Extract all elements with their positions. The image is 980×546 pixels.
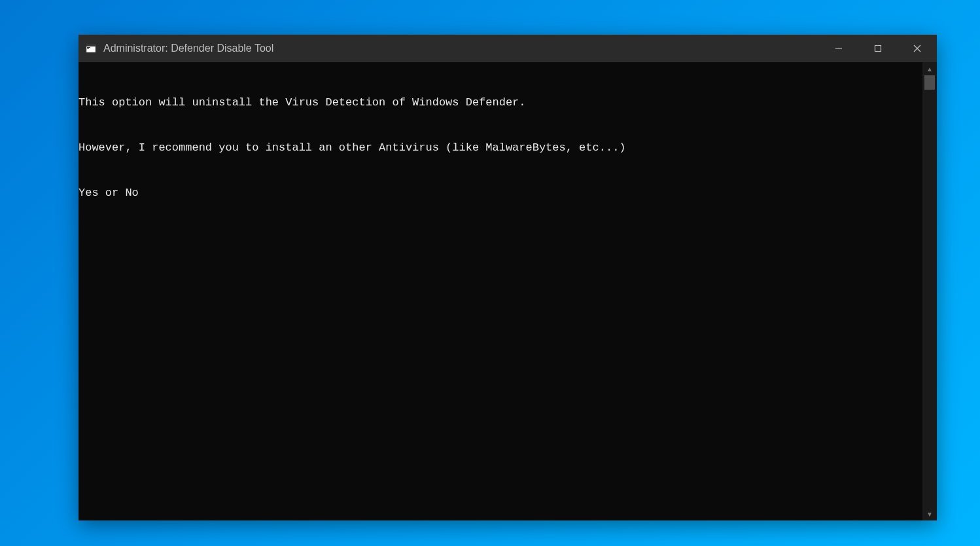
scrollbar-track[interactable] bbox=[922, 75, 937, 507]
svg-rect-1 bbox=[86, 45, 96, 46]
scrollbar-thumb[interactable] bbox=[924, 75, 935, 90]
terminal-line: However, I recommend you to install an o… bbox=[79, 140, 922, 155]
titlebar[interactable]: Administrator: Defender Disable Tool bbox=[79, 35, 937, 62]
console-icon bbox=[85, 43, 97, 54]
terminal-line: Yes or No bbox=[79, 185, 922, 200]
terminal-body: This option will uninstall the Virus Det… bbox=[79, 62, 937, 520]
maximize-button[interactable] bbox=[858, 35, 898, 62]
scrollbar[interactable]: ▲ ▼ bbox=[922, 62, 937, 520]
close-button[interactable] bbox=[898, 35, 937, 62]
scrollbar-up-arrow-icon[interactable]: ▲ bbox=[922, 62, 937, 75]
svg-rect-3 bbox=[87, 48, 89, 49]
terminal-window: Administrator: Defender Disable Tool Thi… bbox=[79, 35, 937, 520]
terminal-line: This option will uninstall the Virus Det… bbox=[79, 95, 922, 110]
window-title: Administrator: Defender Disable Tool bbox=[103, 43, 819, 54]
minimize-button[interactable] bbox=[819, 35, 858, 62]
scrollbar-down-arrow-icon[interactable]: ▼ bbox=[922, 507, 937, 520]
svg-rect-5 bbox=[875, 46, 881, 52]
svg-rect-2 bbox=[87, 47, 90, 48]
terminal-output[interactable]: This option will uninstall the Virus Det… bbox=[79, 62, 922, 520]
window-controls bbox=[819, 35, 937, 62]
